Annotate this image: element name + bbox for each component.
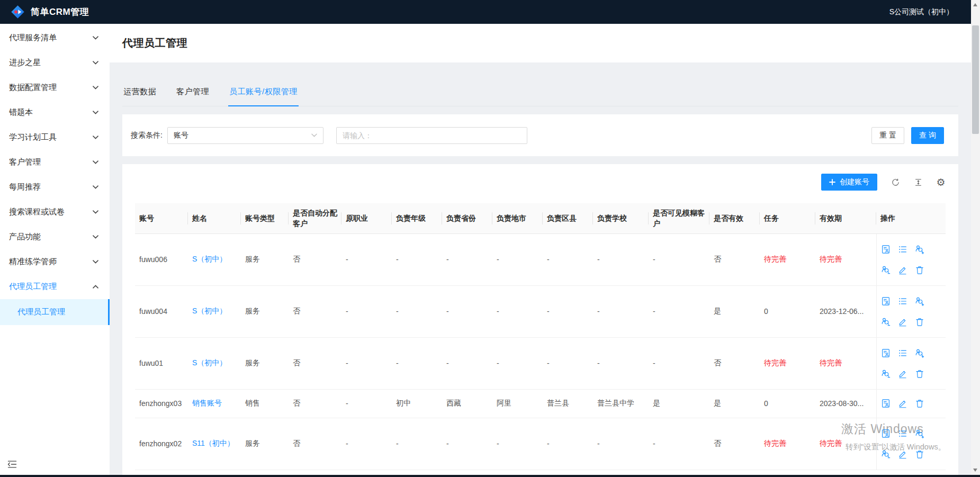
edit-icon[interactable]: [898, 449, 907, 459]
user-remove-search-icon[interactable]: [881, 317, 891, 327]
edit-icon[interactable]: [898, 369, 907, 379]
chevron-down-icon: [93, 111, 98, 114]
tabs: 运营数据 客户管理 员工账号/权限管理: [122, 78, 958, 106]
list-icon[interactable]: [898, 245, 907, 254]
settings-gear-icon[interactable]: ⚙: [936, 177, 946, 187]
table-row: fuwu006 S（初中） 服务 否 - - - - - - - 否 待完善 待…: [135, 233, 946, 285]
table-toolbar: 创建账号 ⚙: [135, 174, 946, 191]
user-add-search-icon[interactable]: [915, 348, 924, 358]
tab-employee-account-permission[interactable]: 员工账号/权限管理: [228, 78, 299, 106]
chevron-down-icon: [93, 136, 98, 139]
list-icon[interactable]: [898, 429, 907, 438]
user-add-search-icon[interactable]: [915, 429, 924, 438]
search-field-select[interactable]: 账号: [167, 127, 323, 144]
reload-icon[interactable]: [891, 177, 900, 187]
scroll-down-arrow-icon[interactable]: [973, 469, 977, 472]
user-remove-search-icon[interactable]: [881, 265, 891, 275]
table-row: fuwu004 S（初中） 服务 否 - - - - - - - 是 0 202…: [135, 285, 946, 337]
profile-card-icon[interactable]: [881, 429, 891, 438]
employee-name-link[interactable]: S（初中）: [188, 337, 241, 389]
col-account-type: 账号类型: [241, 203, 289, 233]
row-actions: [876, 337, 946, 389]
delete-icon[interactable]: [915, 265, 924, 275]
sidebar-item-progress-star[interactable]: 进步之星: [0, 50, 110, 75]
sidebar-item-data-config[interactable]: 数据配置管理: [0, 75, 110, 100]
chevron-up-icon: [93, 285, 98, 289]
sidebar-item-precision-practice[interactable]: 精准练学管师: [0, 249, 110, 274]
sidebar: 代理服务清单 进步之星 数据配置管理 错题本 学习计划工具 客户管理 每周推荐 …: [0, 24, 110, 477]
chevron-down-icon: [93, 235, 98, 239]
edit-icon[interactable]: [898, 317, 907, 327]
list-icon[interactable]: [898, 296, 907, 306]
sidebar-item-weekly-recommend[interactable]: 每周推荐: [0, 175, 110, 200]
delete-icon[interactable]: [915, 449, 924, 459]
table-row: fenzhongx02 S11（初中） 服务 否 - - - - - - - 否…: [135, 418, 946, 470]
sidebar-item-agent-service-list[interactable]: 代理服务清单: [0, 25, 110, 50]
tab-customer-management[interactable]: 客户管理: [175, 78, 210, 106]
col-city: 负责地市: [492, 203, 543, 233]
chevron-down-icon: [93, 260, 98, 264]
profile-card-icon[interactable]: [881, 296, 891, 306]
list-icon[interactable]: [898, 348, 907, 358]
sidebar-item-agent-employee-management[interactable]: 代理员工管理: [0, 274, 110, 299]
active-tab-indicator: [228, 105, 299, 106]
employee-name-link[interactable]: 销售账号: [188, 389, 241, 418]
chevron-down-icon: [93, 61, 98, 65]
scrollbar-thumb[interactable]: [972, 25, 979, 134]
table-row: fuwu01 S（初中） 服务 否 - - - - - - - 否 待完善 待完…: [135, 337, 946, 389]
plus-icon: [829, 179, 835, 185]
col-auto-assign: 是否自动分配客户: [289, 203, 341, 233]
app-title: 简单CRM管理: [31, 6, 89, 18]
employees-table: 账号 姓名 账号类型 是否自动分配客户 原职业 负责年级 负责省份 负责地市 负…: [135, 203, 946, 470]
col-county: 负责区县: [543, 203, 593, 233]
chevron-down-icon: [93, 36, 98, 40]
table-row: fenzhongx03 销售账号 销售 否 - 初中 西藏 阿里 普兰县 普兰县…: [135, 389, 946, 418]
chevron-down-icon: [93, 86, 98, 89]
delete-icon[interactable]: [915, 317, 924, 327]
account-name[interactable]: S公司测试（初中）: [889, 7, 954, 17]
create-account-button[interactable]: 创建账号: [821, 174, 877, 191]
search-input[interactable]: [336, 127, 527, 144]
collapse-sidebar-icon[interactable]: [7, 459, 19, 471]
top-navbar: 简单CRM管理 S公司测试（初中）: [0, 0, 980, 24]
query-button[interactable]: 查 询: [911, 127, 944, 144]
tab-operation-data[interactable]: 运营数据: [122, 78, 157, 106]
employee-name-link[interactable]: S（初中）: [188, 285, 241, 337]
delete-icon[interactable]: [915, 399, 924, 408]
user-remove-search-icon[interactable]: [881, 449, 891, 459]
reset-button[interactable]: 重 置: [871, 127, 904, 144]
search-panel: 搜索条件: 账号 重 置 查 询: [122, 114, 958, 156]
edit-icon[interactable]: [898, 265, 907, 275]
row-actions: [876, 418, 946, 470]
sidebar-item-wrong-question-book[interactable]: 错题本: [0, 100, 110, 125]
col-fuzzy-visible: 是否可见模糊客户: [649, 203, 709, 233]
row-actions: [876, 233, 946, 285]
user-add-search-icon[interactable]: [915, 296, 924, 306]
employee-name-link[interactable]: S11（初中）: [188, 418, 241, 470]
col-province: 负责省份: [442, 203, 492, 233]
profile-card-icon[interactable]: [881, 245, 891, 254]
vertical-scrollbar[interactable]: [971, 0, 980, 477]
col-expiry: 有效期: [815, 203, 876, 233]
profile-card-icon[interactable]: [881, 348, 891, 358]
sidebar-item-search-course-or-paper[interactable]: 搜索课程或试卷: [0, 200, 110, 224]
page-title: 代理员工管理: [122, 36, 187, 50]
user-remove-search-icon[interactable]: [881, 369, 891, 379]
chevron-down-icon: [311, 133, 317, 137]
column-height-icon[interactable]: [913, 177, 923, 187]
col-name: 姓名: [188, 203, 241, 233]
sidebar-subitem-agent-employee-management[interactable]: 代理员工管理: [0, 299, 110, 325]
table-header-row: 账号 姓名 账号类型 是否自动分配客户 原职业 负责年级 负责省份 负责地市 负…: [135, 203, 946, 233]
sidebar-item-product-features[interactable]: 产品功能: [0, 224, 110, 249]
col-grade: 负责年级: [392, 203, 442, 233]
col-occupation: 原职业: [341, 203, 392, 233]
edit-icon[interactable]: [898, 399, 907, 408]
scroll-up-arrow-icon[interactable]: [973, 3, 977, 6]
user-add-search-icon[interactable]: [915, 245, 924, 254]
delete-icon[interactable]: [915, 369, 924, 379]
profile-card-icon[interactable]: [881, 399, 891, 408]
col-actions: 操作: [876, 203, 946, 233]
employee-name-link[interactable]: S（初中）: [188, 233, 241, 285]
sidebar-item-study-plan-tools[interactable]: 学习计划工具: [0, 125, 110, 150]
sidebar-item-customer-management[interactable]: 客户管理: [0, 150, 110, 175]
